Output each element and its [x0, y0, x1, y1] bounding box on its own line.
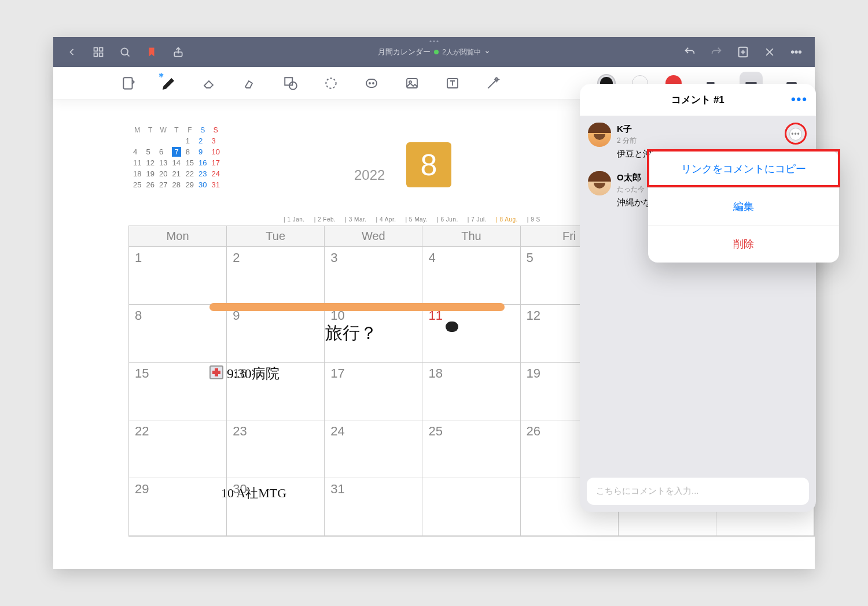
month-strip: | 1 Jan.| 2 Feb.| 3 Mar.| 4 Apr.| 5 May.…: [279, 216, 545, 223]
svg-rect-1: [100, 48, 103, 51]
svg-point-20: [369, 83, 370, 84]
comment-marker-icon[interactable]: [446, 322, 458, 332]
menu-delete[interactable]: 削除: [648, 226, 839, 263]
undo-icon[interactable]: [679, 42, 700, 62]
redo-icon[interactable]: [706, 42, 727, 62]
year-label: 2022: [354, 167, 385, 183]
top-bar: 月間カレンダー 2人が閲覧中: [53, 37, 815, 67]
close-icon[interactable]: [759, 42, 780, 62]
eraser-tool-icon[interactable]: [198, 72, 221, 95]
svg-point-18: [326, 78, 336, 88]
window-grabber: [430, 40, 439, 42]
mini-calendar-left: MTWTFSS123456789101112131415161718192021…: [128, 124, 225, 191]
trip-highlight: [209, 303, 505, 311]
grid-icon[interactable]: [88, 42, 109, 62]
panel-more-icon[interactable]: •••: [791, 92, 808, 107]
svg-rect-22: [407, 79, 417, 88]
svg-rect-19: [366, 79, 377, 87]
page-tool-icon[interactable]: [117, 72, 140, 95]
highlight-circle: [785, 123, 807, 145]
hw-meeting: 10 A社MTG: [221, 485, 286, 502]
hw-hospital: 9:30病院: [227, 364, 279, 383]
svg-rect-15: [123, 77, 132, 89]
highlighter-tool-icon[interactable]: [238, 72, 262, 95]
shape-tool-icon[interactable]: [279, 72, 302, 95]
menu-edit[interactable]: 編集: [648, 188, 839, 226]
avatar: [588, 172, 611, 195]
presence-dot: [434, 50, 439, 54]
svg-point-12: [792, 51, 794, 53]
svg-rect-2: [94, 53, 98, 57]
svg-line-5: [127, 54, 130, 57]
svg-point-17: [289, 82, 297, 89]
comment-time: 2 分前: [617, 136, 712, 146]
image-tool-icon[interactable]: [400, 72, 424, 95]
month-badge: 8: [406, 142, 451, 187]
text-tool-icon[interactable]: [441, 72, 464, 95]
wand-tool-icon[interactable]: [481, 72, 505, 95]
hw-travel: 旅行？: [325, 322, 377, 345]
share-status: 2人が閲覧中: [442, 47, 481, 57]
search-icon[interactable]: [115, 42, 135, 62]
highlight-box: [647, 149, 840, 187]
svg-point-13: [795, 51, 797, 53]
comment-panel: コメント #1 ••• K子2 分前伊豆と沖縄、どっちがいO太郎たった今沖縄かな…: [580, 84, 816, 512]
hospital-icon: [209, 365, 223, 379]
comment-panel-title: コメント #1: [671, 94, 724, 105]
share-icon[interactable]: [168, 42, 189, 62]
comment-input[interactable]: こちらにコメントを入力...: [587, 478, 809, 505]
avatar: [588, 124, 611, 147]
svg-rect-3: [100, 53, 103, 57]
svg-point-14: [799, 51, 801, 53]
comment-panel-header: コメント #1 •••: [580, 84, 816, 116]
svg-point-4: [121, 48, 128, 55]
lasso-tool-icon[interactable]: [319, 72, 343, 95]
svg-rect-16: [285, 77, 292, 85]
bookmark-icon[interactable]: [141, 42, 162, 62]
more-icon[interactable]: [786, 42, 807, 62]
svg-point-21: [373, 83, 374, 84]
svg-rect-0: [94, 48, 98, 51]
add-page-icon[interactable]: [733, 42, 753, 62]
doc-title: 月間カレンダー: [378, 47, 431, 57]
title-area[interactable]: 月間カレンダー 2人が閲覧中: [194, 47, 674, 57]
pen-tool-icon[interactable]: ✱: [157, 72, 181, 95]
back-icon[interactable]: [61, 42, 82, 62]
sticker-tool-icon[interactable]: [360, 72, 383, 95]
comment-author: K子: [617, 124, 712, 135]
